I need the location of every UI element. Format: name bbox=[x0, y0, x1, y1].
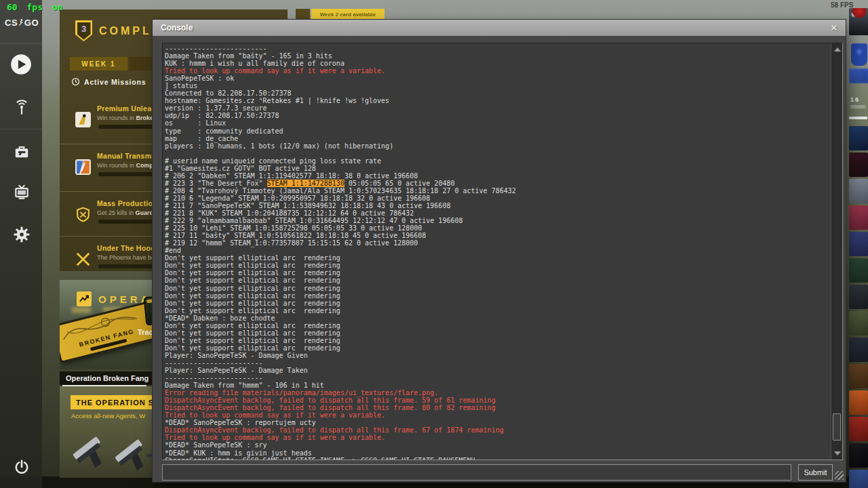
scrollbar-thumb[interactable] bbox=[833, 413, 841, 441]
console-command-input[interactable] bbox=[162, 464, 791, 481]
play-icon[interactable] bbox=[9, 52, 33, 77]
shop-subtitle: Access all-new Agents, W bbox=[71, 412, 145, 420]
console-line: Don't yet support elliptical arc renderi… bbox=[165, 307, 829, 314]
console-line: # 221 8 "KUK" STEAM_1:0:204188735 12:12:… bbox=[165, 209, 829, 217]
triangle-up-icon bbox=[834, 47, 841, 52]
console-line: Don't yet support elliptical arc renderi… bbox=[165, 262, 829, 269]
item-thumbnail[interactable] bbox=[849, 205, 868, 230]
mission-icon-guardian-shield bbox=[75, 206, 92, 223]
console-line: ------------------------ bbox=[165, 374, 829, 382]
console-line: Tried to look up command say as if it we… bbox=[165, 67, 829, 75]
console-line: ] status bbox=[165, 82, 829, 89]
broadcast-icon[interactable] bbox=[13, 99, 31, 117]
console-line: DispatchAsyncEvent backlog, failed to di… bbox=[165, 426, 829, 434]
item-thumbnail[interactable] bbox=[849, 311, 868, 336]
main-nav-sidebar: CS GO bbox=[0, 0, 42, 488]
console-line: # 222 9 "almambamalbaobab" STEAM_1:0:316… bbox=[165, 217, 829, 224]
completed-count-badge: 3 bbox=[75, 20, 92, 41]
console-line: map : de_cache bbox=[165, 135, 829, 142]
console-line: # 225 10 "Lehi" STEAM_1:0:158725298 05:0… bbox=[165, 224, 829, 232]
blurred-stat bbox=[72, 307, 91, 313]
console-line: ChangeGameUIState: CSGO_GAME_UI_STATE_IN… bbox=[165, 457, 829, 460]
clock-icon bbox=[71, 77, 80, 86]
console-line: *DEAD* SanoPepeTeSK : sry bbox=[165, 441, 829, 449]
console-line: # userid name uniqueid connected ping lo… bbox=[165, 157, 829, 165]
badge-count: 3 bbox=[77, 22, 91, 40]
console-line: # 208 4 "Tvarohový Timmotey (Jamal/Ala S… bbox=[165, 187, 829, 195]
profile-level: 16 bbox=[850, 96, 860, 103]
console-line: Player: SanoPepeTeSK - Damage Given bbox=[165, 352, 829, 359]
console-line: Don't yet support elliptical arc renderi… bbox=[165, 285, 829, 292]
resize-grip[interactable] bbox=[835, 471, 844, 480]
item-thumbnail[interactable] bbox=[849, 285, 868, 309]
console-line: Damage Taken from "hmmm" - 106 in 1 hit bbox=[165, 382, 829, 389]
console-line: Error reading file materials/panorama/im… bbox=[165, 389, 829, 396]
close-icon[interactable]: × bbox=[828, 22, 840, 34]
item-thumbnail[interactable] bbox=[849, 417, 868, 441]
item-thumbnail[interactable] bbox=[849, 152, 868, 177]
console-line: Tried to look up command say as if it we… bbox=[165, 411, 829, 419]
console-line: Don't yet support elliptical arc renderi… bbox=[165, 254, 829, 262]
console-scrollbar[interactable] bbox=[831, 43, 842, 460]
console-line: *DEAD* Dabken : boze chodte bbox=[165, 314, 829, 322]
watch-tv-icon[interactable] bbox=[13, 183, 31, 201]
profile-level-sub bbox=[850, 105, 865, 108]
item-thumbnail[interactable] bbox=[849, 338, 868, 362]
item-thumbnail[interactable] bbox=[849, 364, 868, 388]
console-line: Don't yet support elliptical arc renderi… bbox=[165, 329, 829, 337]
console-line: udp/ip : 82.208.17.50:27378 bbox=[165, 112, 829, 119]
mission-icon-broken-fang-premier bbox=[75, 111, 92, 128]
operation-trend-icon bbox=[77, 291, 92, 306]
sidebar-divider bbox=[0, 129, 42, 129]
quit-power-icon[interactable] bbox=[13, 458, 31, 476]
console-line: os : Linux bbox=[165, 119, 829, 127]
player-avatar[interactable] bbox=[849, 8, 868, 35]
console-line: *DEAD* SanoPepeTeSK : reportujem ucty bbox=[165, 419, 829, 426]
item-thumbnail[interactable] bbox=[849, 470, 868, 488]
scroll-up-button[interactable] bbox=[831, 45, 843, 54]
item-thumbnail[interactable] bbox=[849, 258, 868, 283]
console-window: Console × -------------------------Damag… bbox=[152, 19, 846, 483]
mission-icon-crossed-knives bbox=[75, 251, 92, 268]
console-line: type : community dedicated bbox=[165, 127, 829, 135]
console-line: version : 1.37.7.3 secure bbox=[165, 104, 829, 112]
item-thumbnail[interactable] bbox=[849, 443, 868, 468]
sidebar-divider bbox=[0, 43, 42, 44]
console-line bbox=[165, 150, 829, 157]
settings-gear-icon[interactable] bbox=[13, 226, 31, 243]
console-line: players : 10 humans, 1 bots (12/0 max) (… bbox=[165, 142, 829, 150]
operation-section-label: Operation Broken Fang bbox=[66, 374, 149, 382]
item-thumbnail[interactable] bbox=[849, 390, 868, 415]
mission-title: Under The Hood bbox=[97, 244, 155, 252]
tab-week-1[interactable]: WEEK 1 bbox=[70, 57, 127, 70]
item-thumbnail[interactable] bbox=[849, 179, 868, 203]
submit-button[interactable]: Submit bbox=[798, 464, 833, 481]
csgo-logo: CS GO bbox=[5, 16, 39, 28]
scroll-down-button[interactable] bbox=[831, 449, 843, 458]
console-titlebar[interactable]: Console × bbox=[153, 20, 846, 36]
console-line: Don't yet support elliptical arc renderi… bbox=[165, 322, 829, 329]
item-thumbnail[interactable] bbox=[849, 126, 868, 150]
inventory-case-icon[interactable] bbox=[13, 143, 31, 161]
console-line: ------------------------ bbox=[165, 359, 829, 367]
console-line: KUK : hmmm i wish u all family die of co… bbox=[165, 60, 829, 67]
console-line: Don't yet support elliptical arc renderi… bbox=[165, 277, 829, 284]
logo-text-go: GO bbox=[24, 18, 39, 28]
console-line: Don't yet support elliptical arc renderi… bbox=[165, 292, 829, 300]
logo-text-cs: CS bbox=[5, 18, 18, 28]
console-line: Don't yet support elliptical arc renderi… bbox=[165, 269, 829, 277]
console-line: DispatchAsyncEvent backlog, failed to di… bbox=[165, 396, 829, 404]
xp-progress-bar bbox=[849, 117, 867, 119]
console-line: # 219 12 "hmmm" STEAM_1:0:77357807 15:15… bbox=[165, 239, 829, 247]
console-line: *DEAD* KUK : hmm is givin just heads bbox=[165, 449, 829, 457]
rank-badge-secondary bbox=[849, 68, 868, 83]
console-output: -------------------------Damage Taken fr… bbox=[165, 45, 829, 460]
console-line: # 210 6 "Legenda" STEAM_1:0:209950957 18… bbox=[165, 195, 829, 202]
console-line: ------------------------- bbox=[165, 45, 829, 52]
item-thumbnail[interactable] bbox=[849, 232, 868, 256]
console-line: Connected to 82.208.17.50:27378 bbox=[165, 89, 829, 97]
console-line: Don't yet support elliptical arc renderi… bbox=[165, 344, 829, 352]
console-output-area: -------------------------Damage Taken fr… bbox=[162, 43, 843, 460]
console-line: Tried to look up command say as if it we… bbox=[165, 434, 829, 441]
console-line: # 211 7 "SanoPepeTeSK" STEAM_1:1:5389496… bbox=[165, 202, 829, 209]
